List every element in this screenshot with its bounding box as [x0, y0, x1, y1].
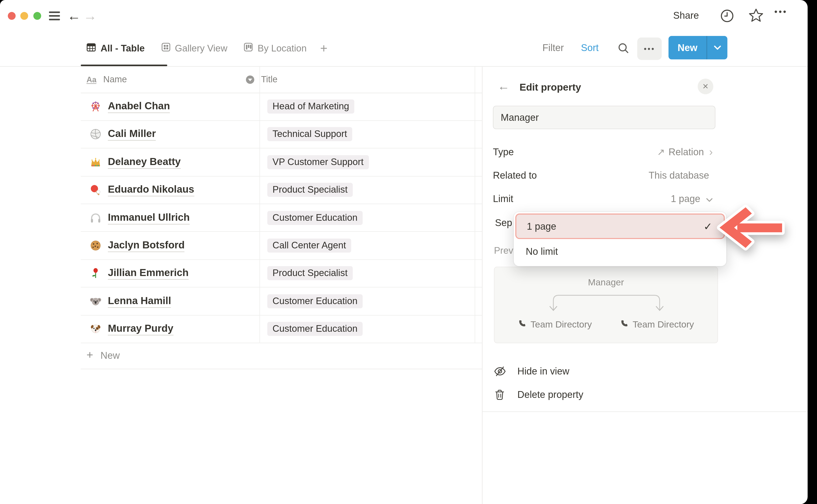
telephone-icon	[620, 319, 629, 330]
table-row[interactable]: Lenna Hamill Customer Education	[81, 288, 482, 315]
close-window-button[interactable]	[8, 12, 16, 20]
property-row-limit[interactable]: Limit 1 page	[493, 187, 713, 210]
view-tabs: All - TableGallery ViewBy Location+	[87, 32, 328, 65]
row-name-link[interactable]: Anabel Chan	[108, 100, 170, 113]
title-pill[interactable]: Technical Support	[267, 127, 352, 141]
forward-button[interactable]: →	[83, 8, 97, 23]
volleyball-emoji-icon	[90, 128, 101, 140]
relation-preview-target: Team Directory	[620, 319, 694, 330]
title-pill[interactable]: Call Center Agent	[267, 239, 351, 253]
title-pill[interactable]: VP Customer Support	[267, 155, 369, 169]
dog-emoji-icon	[90, 323, 101, 335]
zoom-window-button[interactable]	[33, 12, 41, 20]
limit-dropdown-menu: 1 page✓No limit	[514, 212, 726, 266]
property-row-related-to[interactable]: Related to This database	[493, 164, 713, 187]
new-button-label[interactable]: New	[669, 36, 707, 59]
select-property-icon	[246, 75, 254, 84]
table-row[interactable]: Cali Miller Technical Support	[81, 121, 482, 149]
table-row[interactable]: Delaney Beatty VP Customer Support	[81, 148, 482, 176]
gallery-icon	[161, 43, 170, 54]
table-row[interactable]: Immanuel Ullrich Customer Education	[81, 204, 482, 232]
column-header-title[interactable]: Title	[237, 74, 277, 85]
row-name-link[interactable]: Jillian Emmerich	[108, 267, 189, 280]
cookie-emoji-icon	[90, 240, 101, 252]
panel-close-icon[interactable]: ×	[698, 79, 713, 94]
headphones-emoji-icon	[90, 212, 101, 224]
favorite-star-icon[interactable]	[748, 8, 764, 26]
new-dropdown-chevron-icon[interactable]	[707, 36, 727, 59]
table-row[interactable]: Eduardo Nikolaus Product Specialist	[81, 176, 482, 204]
limit-option-1-page[interactable]: 1 page✓	[515, 214, 725, 239]
panel-actions: Hide in viewDelete property	[493, 359, 712, 406]
title-pill[interactable]: Customer Education	[267, 211, 362, 225]
property-rows: Type ↗Relation› Related to This database…	[493, 140, 713, 211]
telephone-icon	[518, 319, 526, 330]
notion-window: ← → Share ••• All - TableGallery ViewBy …	[0, 0, 808, 504]
title-property-icon: Aa	[87, 75, 97, 84]
panel-back-icon[interactable]: ←	[498, 79, 510, 93]
table-header: Aa Name Title	[81, 67, 482, 93]
relation-preview-target: Team Directory	[518, 319, 592, 330]
separate-directions-label-clipped: Sep	[495, 217, 512, 229]
chevron-down-icon	[704, 193, 713, 204]
relation-preview-arrows	[544, 290, 669, 316]
chevron-right-icon: ›	[709, 147, 713, 157]
title-pill[interactable]: Customer Education	[267, 294, 362, 308]
table-row[interactable]: Jaclyn Botsford Call Center Agent	[81, 232, 482, 260]
title-pill[interactable]: Customer Education	[267, 322, 362, 336]
plus-icon: +	[87, 349, 93, 362]
koala-emoji-icon	[90, 295, 101, 307]
tab-by-location[interactable]: By Location	[244, 43, 306, 54]
database-options-button[interactable]: •••	[637, 37, 662, 60]
relation-arrow-icon: ↗	[657, 146, 665, 158]
crown-emoji-icon	[90, 156, 101, 168]
table-icon	[87, 43, 96, 54]
delete-property-button[interactable]: Delete property	[493, 383, 712, 406]
minimize-window-button[interactable]	[20, 12, 28, 20]
row-name-link[interactable]: Immanuel Ullrich	[108, 211, 190, 224]
search-icon[interactable]	[617, 42, 630, 57]
column-header-name[interactable]: Aa Name	[81, 74, 237, 85]
table-body: Anabel Chan Head of Marketing Cali Mille…	[81, 93, 482, 343]
title-pill[interactable]: Product Specialist	[267, 266, 353, 280]
tab-gallery-view[interactable]: Gallery View	[161, 43, 227, 54]
sort-button[interactable]: Sort	[581, 42, 599, 54]
table-row[interactable]: Murray Purdy Customer Education	[81, 315, 482, 343]
preview-label-clipped: Prev	[494, 245, 514, 256]
annotation-arrow	[716, 204, 786, 255]
sidebar-toggle-icon[interactable]	[49, 11, 60, 20]
property-row-type[interactable]: Type ↗Relation›	[493, 140, 713, 164]
checkmark-icon: ✓	[704, 220, 712, 233]
table-row[interactable]: Jillian Emmerich Product Specialist	[81, 260, 482, 288]
trash-icon	[493, 389, 507, 400]
title-pill[interactable]: Head of Marketing	[267, 100, 354, 114]
row-name-link[interactable]: Delaney Beatty	[108, 156, 181, 169]
relation-preview-source: Manager	[495, 277, 717, 288]
row-name-link[interactable]: Cali Miller	[108, 128, 156, 141]
new-button[interactable]: New	[669, 36, 727, 59]
row-name-link[interactable]: Eduardo Nikolaus	[108, 184, 194, 196]
table-row[interactable]: Anabel Chan Head of Marketing	[81, 93, 482, 121]
property-name-input[interactable]	[493, 106, 716, 129]
rose-emoji-icon	[90, 267, 101, 279]
active-tab-underline	[81, 64, 167, 66]
share-button[interactable]: Share	[673, 10, 699, 21]
ping-pong-emoji-icon	[90, 184, 101, 196]
row-name-link[interactable]: Murray Purdy	[108, 322, 173, 335]
hide-in-view-button[interactable]: Hide in view	[493, 359, 712, 383]
panel-title: Edit property	[520, 82, 581, 93]
limit-option-no-limit[interactable]: No limit	[526, 246, 558, 257]
tab-all-table[interactable]: All - Table	[87, 43, 145, 54]
updates-clock-icon[interactable]	[720, 9, 734, 25]
eye-off-icon	[493, 365, 507, 377]
row-name-link[interactable]: Lenna Hamill	[108, 295, 171, 308]
more-options-icon[interactable]: •••	[774, 7, 787, 17]
filter-button[interactable]: Filter	[542, 42, 564, 54]
new-row-button[interactable]: + New	[81, 343, 482, 369]
add-view-button[interactable]: +	[320, 41, 327, 56]
ferris-wheel-emoji-icon	[90, 101, 101, 112]
row-name-link[interactable]: Jaclyn Botsford	[108, 239, 185, 252]
back-button[interactable]: ←	[67, 8, 81, 23]
relation-preview-card: Manager Team Directory Team Directory	[494, 267, 718, 343]
title-pill[interactable]: Product Specialist	[267, 183, 353, 197]
